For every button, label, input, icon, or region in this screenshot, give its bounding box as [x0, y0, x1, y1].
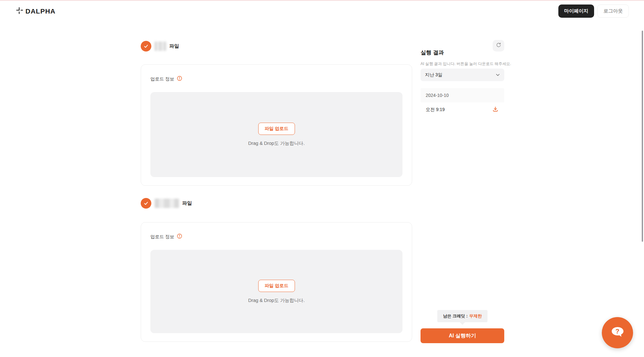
upload-card-2: 업로드 정보 파일 업로드 Drag & Drop도 가능합니다.: [141, 222, 412, 342]
section-1-title: 파일: [169, 43, 179, 49]
result-date-row: 2024-10-10: [421, 88, 504, 102]
file-dropzone-2[interactable]: 파일 업로드 Drag & Drop도 가능합니다.: [150, 250, 402, 333]
mypage-button[interactable]: 마이페이지: [558, 5, 594, 18]
check-icon: [141, 41, 151, 52]
run-ai-button[interactable]: AI 실행하기: [421, 328, 504, 343]
info-icon[interactable]: [177, 233, 182, 240]
check-icon: [141, 198, 151, 209]
redacted-label: [155, 199, 179, 208]
refresh-button[interactable]: [493, 40, 504, 52]
file-upload-button-1[interactable]: 파일 업로드: [258, 123, 295, 135]
info-icon[interactable]: [177, 76, 182, 82]
section-2-header: 파일: [141, 198, 192, 209]
results-title: 실행 결과: [421, 49, 444, 56]
period-filter-value: 지난 3일: [425, 72, 496, 78]
refresh-icon: [496, 42, 502, 49]
question-mark: ?: [615, 328, 619, 335]
help-chat-icon: ?: [609, 324, 626, 342]
section-2-title: 파일: [182, 200, 192, 206]
tooltip-caret: [459, 322, 465, 325]
result-date: 2024-10-10: [426, 93, 449, 98]
upload-info-label: 업로드 정보: [150, 234, 174, 240]
file-upload-button-2[interactable]: 파일 업로드: [258, 280, 295, 292]
results-subtitle: AI 실행 결과 입니다. 버튼을 눌러 다운로드 해주세요.: [421, 61, 511, 67]
help-chat-button[interactable]: ?: [602, 317, 633, 348]
file-dropzone-1[interactable]: 파일 업로드 Drag & Drop도 가능합니다.: [150, 92, 402, 177]
section-1-header: 파일: [141, 41, 179, 52]
result-item-row: 오전 9:19: [421, 102, 504, 117]
result-time: 오전 9:19: [426, 107, 491, 113]
upload-card-1: 업로드 정보 파일 업로드 Drag & Drop도 가능합니다.: [141, 64, 412, 186]
app-window: DALPHA 마이페이지 로그아웃 파일 업로드 정보: [0, 0, 644, 357]
header-actions: 마이페이지 로그아웃: [558, 5, 629, 18]
brand-name: DALPHA: [25, 7, 56, 15]
credits-label: 남은 크레딧 :: [443, 313, 468, 319]
drag-drop-hint-1: Drag & Drop도 가능합니다.: [248, 140, 305, 146]
download-icon: [492, 106, 499, 114]
period-filter-dropdown[interactable]: 지난 3일: [421, 69, 504, 81]
chevron-down-icon: [496, 72, 500, 77]
download-button[interactable]: [491, 106, 499, 114]
upload-info-row: 업로드 정보: [150, 233, 182, 240]
redacted-label: [155, 42, 166, 51]
upload-info-row: 업로드 정보: [150, 76, 182, 82]
logo-icon: [15, 6, 24, 16]
credits-tooltip: 남은 크레딧 : 무제한: [437, 310, 488, 322]
credits-value: 무제한: [469, 313, 482, 319]
brand-logo[interactable]: DALPHA: [15, 6, 56, 16]
scrollbar-thumb[interactable]: [642, 31, 643, 242]
logout-button[interactable]: 로그아웃: [597, 5, 629, 18]
upload-info-label: 업로드 정보: [150, 76, 174, 82]
drag-drop-hint-2: Drag & Drop도 가능합니다.: [248, 297, 305, 304]
header: DALPHA 마이페이지 로그아웃: [0, 1, 644, 21]
